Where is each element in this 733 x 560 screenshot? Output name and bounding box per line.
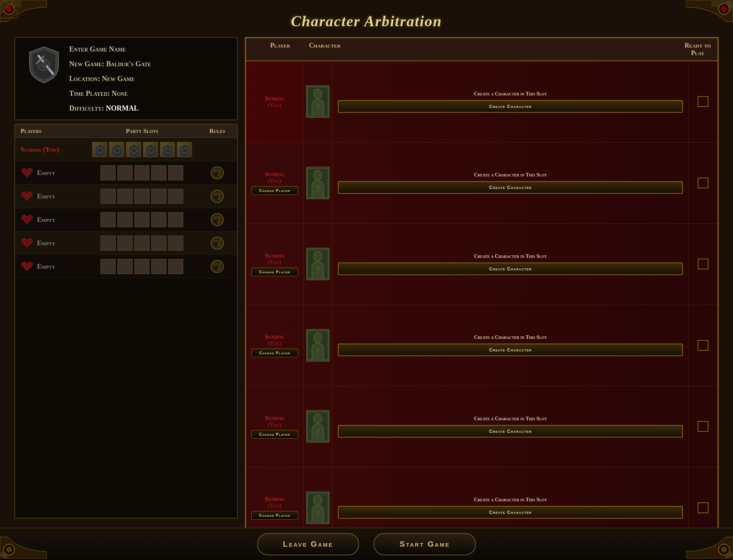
party-slot (117, 259, 133, 274)
char-action-cell: Create a Character in This Slot Create C… (332, 305, 689, 386)
char-action-cell: Create a Character in This Slot Create C… (332, 61, 689, 142)
char-portrait: ? (306, 410, 330, 443)
svg-point-27 (218, 197, 220, 200)
party-slot (134, 189, 149, 204)
char-slots-container: Sundog (You) ? (246, 61, 718, 548)
svg-text:?: ? (315, 509, 320, 519)
slot-player-name: Sundog (265, 252, 284, 259)
svg-point-32 (218, 220, 220, 223)
heart-icon (21, 237, 33, 250)
rules-icon (203, 236, 232, 250)
party-slot (117, 236, 133, 251)
party-slot (100, 259, 116, 274)
slot-you-label: (You) (268, 503, 281, 509)
change-player-button[interactable]: Change Player (251, 511, 298, 520)
char-portrait-cell: ? (304, 61, 332, 142)
create-character-button[interactable]: Create Character (338, 506, 683, 519)
svg-point-25 (214, 193, 217, 196)
player-cell: Sundog (You) Change Player (246, 143, 304, 224)
game-name-label: Enter Game Name (69, 45, 151, 53)
create-character-button[interactable]: Create Character (338, 181, 683, 194)
party-slot (100, 165, 116, 180)
col-rules: Rules (203, 127, 232, 135)
player-cell: Sundog (You) Change Player (246, 386, 304, 467)
svg-point-37 (218, 243, 220, 246)
left-panel: Enter Game Name New Game: Baldur's Gate … (14, 37, 238, 549)
slot-you-label: (You) (268, 422, 281, 428)
ready-checkbox[interactable] (698, 340, 709, 351)
ready-checkbox[interactable] (698, 178, 709, 188)
game-details: Enter Game Name New Game: Baldur's Gate … (69, 45, 151, 112)
party-slot (168, 165, 183, 180)
party-slot (100, 189, 116, 204)
ready-checkbox[interactable] (698, 96, 709, 107)
create-char-text: Create a Character in This Slot (474, 416, 547, 422)
empty-player: Empty (21, 213, 81, 226)
change-player-button[interactable]: Change Player (251, 268, 298, 276)
party-slot (134, 236, 149, 251)
create-character-button[interactable]: Create Character (338, 425, 683, 438)
time-played-label: Time Played: None (69, 89, 151, 98)
party-slot (134, 212, 149, 227)
slot-you-label: (You) (268, 259, 281, 265)
game-icon (26, 45, 62, 85)
slot-you-label: (You) (268, 340, 281, 346)
empty-player: Empty (21, 260, 81, 273)
char-slot-row: Sundog (You) Change Player ? (246, 305, 718, 386)
empty-player: Empty (21, 237, 81, 250)
table-header: Players Party Slots Rules (15, 125, 237, 138)
party-slot (117, 165, 133, 180)
party-slots (81, 189, 203, 204)
change-player-button[interactable]: Change Player (251, 430, 298, 439)
slot-player-name: Sundog (265, 95, 284, 102)
ready-checkbox[interactable] (698, 259, 709, 269)
char-portrait-cell: ? (304, 224, 332, 305)
char-slot-row: Sundog (You) Change Player ? (246, 386, 718, 467)
party-slot (151, 236, 166, 251)
char-portrait: ? (306, 85, 330, 118)
svg-point-21 (218, 170, 220, 173)
slot-player-name: Sundog (265, 496, 284, 503)
location-label: Location: New Game (69, 75, 151, 83)
svg-text:?: ? (315, 427, 320, 438)
col-character: Character (309, 42, 338, 57)
party-slot (151, 259, 166, 274)
svg-point-41 (218, 263, 220, 266)
party-slot (160, 142, 175, 157)
start-game-button[interactable]: Start Game (374, 533, 476, 555)
svg-point-7 (721, 547, 727, 552)
page-title: Character Arbitration (291, 13, 442, 30)
player-cell: Sundog (You) Change Player (246, 224, 304, 305)
player-cell: Sundog (You) Change Player (246, 305, 304, 386)
player-cell: Sundog (You) (246, 61, 304, 142)
change-player-button[interactable]: Change Player (251, 349, 298, 357)
ready-cell (689, 143, 718, 224)
char-portrait: ? (306, 248, 330, 280)
players-table: Players Party Slots Rules Sundog (You) (14, 124, 238, 519)
create-char-text: Create a Character in This Slot (474, 91, 547, 97)
party-slot (117, 189, 133, 204)
char-table-header: Player Character Ready to Play (246, 38, 718, 61)
svg-point-36 (218, 240, 220, 243)
svg-point-40 (214, 263, 217, 266)
party-slots (81, 259, 203, 274)
create-character-button[interactable]: Create Character (338, 344, 683, 356)
party-slots (81, 142, 203, 157)
leave-game-button[interactable]: Leave Game (257, 533, 359, 555)
rules-icon (203, 166, 232, 180)
svg-point-57 (314, 333, 322, 342)
party-slot (100, 212, 116, 227)
svg-point-31 (218, 216, 220, 219)
difficulty-label: Difficulty: NORMAL (69, 104, 151, 112)
char-portrait: ? (306, 329, 330, 362)
create-character-button[interactable]: Create Character (338, 263, 683, 275)
table-row: Sundog (You) (15, 138, 237, 161)
empty-player: Empty (21, 190, 81, 203)
rules-icon (203, 189, 232, 203)
ready-checkbox[interactable] (698, 421, 709, 432)
create-character-button[interactable]: Create Character (338, 100, 683, 113)
slot-player-name: Sundog (265, 333, 284, 340)
heart-icon (21, 213, 33, 226)
svg-text:?: ? (315, 103, 320, 113)
change-player-button[interactable]: Change Player (251, 186, 298, 195)
